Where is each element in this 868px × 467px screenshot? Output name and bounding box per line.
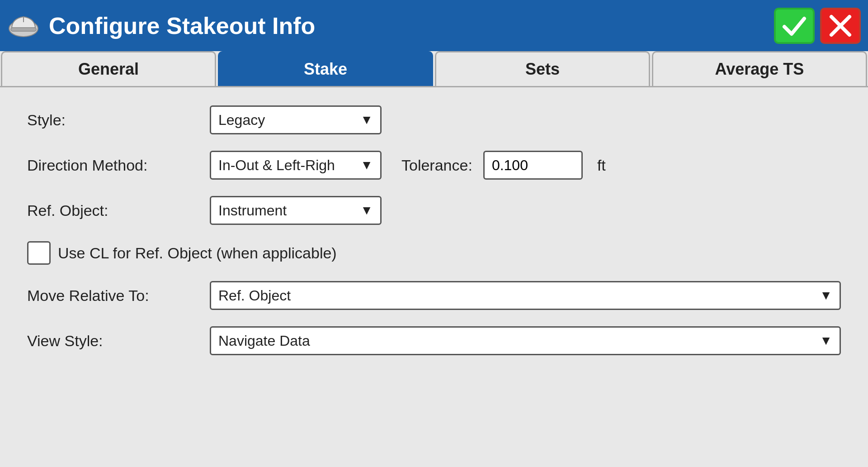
style-row: Style: Legacy ▼ (27, 105, 841, 134)
tab-average-ts[interactable]: Average TS (652, 51, 867, 86)
direction-method-label: Direction Method: (27, 157, 199, 174)
style-label: Style: (27, 111, 199, 129)
dialog-title: Configure Stakeout Info (49, 12, 774, 39)
view-style-row: View Style: Navigate Data ▼ (27, 326, 841, 355)
header: Configure Stakeout Info (0, 0, 868, 51)
svg-rect-1 (11, 28, 36, 31)
ref-object-row: Ref. Object: Instrument ▼ (27, 196, 841, 225)
ref-object-value: Instrument (218, 202, 356, 219)
tab-general[interactable]: General (1, 51, 216, 86)
tolerance-label: Tolerance: (401, 157, 472, 174)
direction-method-value: In-Out & Left-Righ (218, 157, 356, 174)
tolerance-input[interactable] (483, 151, 583, 180)
move-relative-arrow: ▼ (820, 288, 832, 303)
style-dropdown-value: Legacy (218, 112, 356, 129)
form-content: Style: Legacy ▼ Direction Method: In-Out… (0, 87, 868, 467)
move-relative-label: Move Relative To: (27, 287, 199, 305)
use-cl-label: Use CL for Ref. Object (when applicable) (58, 244, 337, 262)
direction-method-dropdown[interactable]: In-Out & Left-Righ ▼ (210, 151, 382, 180)
tab-bar: General Stake Sets Average TS (0, 51, 868, 87)
cancel-button[interactable] (820, 8, 861, 44)
view-style-label: View Style: (27, 332, 199, 350)
move-relative-row: Move Relative To: Ref. Object ▼ (27, 281, 841, 310)
tab-stake[interactable]: Stake (218, 51, 433, 86)
view-style-dropdown[interactable]: Navigate Data ▼ (210, 326, 841, 355)
ok-button[interactable] (774, 8, 815, 44)
ref-object-dropdown[interactable]: Instrument ▼ (210, 196, 382, 225)
view-style-arrow: ▼ (820, 334, 832, 348)
view-style-value: Navigate Data (218, 333, 815, 349)
use-cl-checkbox[interactable] (27, 241, 51, 265)
move-relative-dropdown[interactable]: Ref. Object ▼ (210, 281, 841, 310)
tolerance-unit: ft (597, 157, 606, 174)
move-relative-value: Ref. Object (218, 287, 815, 304)
ref-object-arrow: ▼ (360, 203, 373, 218)
tab-sets[interactable]: Sets (435, 51, 650, 86)
style-dropdown[interactable]: Legacy ▼ (210, 105, 382, 134)
hard-hat-icon (7, 10, 40, 42)
ref-object-label: Ref. Object: (27, 202, 199, 219)
use-cl-row: Use CL for Ref. Object (when applicable) (27, 241, 841, 265)
direction-method-arrow: ▼ (360, 158, 373, 172)
style-dropdown-arrow: ▼ (360, 113, 373, 127)
direction-method-row: Direction Method: In-Out & Left-Righ ▼ T… (27, 151, 841, 180)
